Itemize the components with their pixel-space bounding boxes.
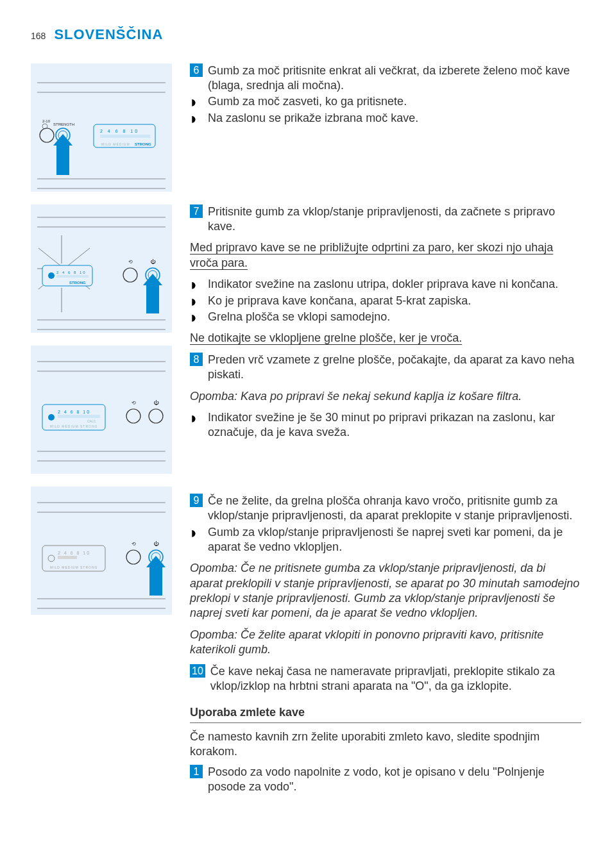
bullet-icon: ◗ [190,294,208,307]
bullet-item: ◗ Ko je priprava kave končana, aparat 5-… [190,294,581,308]
step-1-ground: 1 Posodo za vodo napolnite z vodo, kot j… [190,765,581,795]
svg-rect-44 [58,415,100,418]
bullet-item: ◗ Na zaslonu se prikaže izbrana moč kave… [190,111,581,126]
language-heading: SLOVENŠČINA [54,26,163,42]
illustration-step-6: 2-10 STRENGTH 2 4 6 8 10 MILD MEDIUM STR… [31,63,172,192]
illustration-step-8: 2 4 6 8 10 CALC MILD MEDIUM STRONG ⟲ ⏻ [31,346,172,474]
step-number: 10 [190,664,205,678]
svg-rect-9 [100,135,150,138]
svg-text:STRONG: STRONG [69,281,86,285]
svg-text:⏻: ⏻ [150,259,156,265]
note-text: Opomba: Če ne pritisnete gumba za vklop/… [190,561,581,621]
svg-text:STRONG: STRONG [135,142,151,146]
note-text: Opomba: Kava po pripravi še nekaj sekund… [190,389,581,404]
bullet-icon: ◗ [190,525,208,538]
step-number: 9 [190,494,203,507]
svg-text:MILD  MEDIUM: MILD MEDIUM [101,142,130,146]
svg-text:MILD MEDIUM STRONG: MILD MEDIUM STRONG [50,565,98,569]
page-header: 168 SLOVENŠČINA [31,26,581,44]
section-heading: Uporaba zmlete kave [190,705,581,722]
step-number: 6 [190,63,203,77]
warning-text: Ne dotikajte se vklopljene grelne plošče… [190,331,581,346]
svg-rect-26 [56,275,89,278]
main-content: 2-10 STRENGTH 2 4 6 8 10 MILD MEDIUM STR… [31,63,581,796]
cups-label: 2-10 [42,119,51,123]
step-number: 1 [190,765,203,778]
svg-text:2  4  6  8  10: 2 4 6 8 10 [58,410,90,414]
step-text: Če kave nekaj časa ne nameravate priprav… [210,664,581,694]
svg-rect-66 [149,566,162,596]
svg-text:⟲: ⟲ [128,259,133,265]
step-number: 7 [190,204,203,218]
bullet-icon: ◗ [190,111,208,124]
bullet-icon: ◗ [190,310,208,323]
svg-point-24 [48,272,55,279]
svg-text:⏻: ⏻ [153,541,159,547]
svg-text:CALC: CALC [87,419,96,423]
svg-rect-59 [58,556,77,559]
warning-text: Med pripravo kave se ne približujte odpr… [190,240,581,271]
step-9-section: 9 Če ne želite, da grelna plošča ohranja… [190,494,581,795]
bullet-item: ◗ Grelna plošča se vklopi samodejno. [190,310,581,324]
svg-text:⏻: ⏻ [153,400,159,406]
page-number: 168 [31,31,46,41]
step-number: 8 [190,353,203,366]
svg-text:⟲: ⟲ [132,400,136,406]
step-7-section: 7 Pritisnite gumb za vklop/stanje pripra… [190,204,581,346]
step-7: 7 Pritisnite gumb za vklop/stanje pripra… [190,204,581,235]
note-text: Opomba: Če želite aparat vklopiti in pon… [190,628,581,658]
svg-text:⟲: ⟲ [132,541,136,547]
illustration-column: 2-10 STRENGTH 2 4 6 8 10 MILD MEDIUM STR… [31,63,172,796]
step-text: Če ne želite, da grelna plošča ohranja k… [208,494,581,524]
text-column: 6 Gumb za moč pritisnite enkrat ali večk… [190,63,581,796]
svg-text:2 4 6 8 10: 2 4 6 8 10 [56,271,87,274]
bullet-icon: ◗ [190,94,208,108]
bullet-item: ◗ Gumb za vklop/stanje pripravljenosti š… [190,525,581,555]
step-9: 9 Če ne želite, da grelna plošča ohranja… [190,494,581,524]
svg-rect-12 [56,144,69,175]
svg-text:MILD MEDIUM STRONG: MILD MEDIUM STRONG [50,424,98,428]
illustration-step-9: 2 4 6 8 10 MILD MEDIUM STRONG ⟲ ⏻ [31,487,172,615]
svg-rect-34 [146,284,159,313]
bullet-icon: ◗ [190,277,208,290]
step-10: 10 Če kave nekaj časa ne nameravate prip… [190,664,581,694]
svg-text:2  4  6  8  10: 2 4 6 8 10 [58,551,90,555]
svg-point-42 [48,414,55,421]
strength-label: STRENGTH [53,122,74,126]
step-text: Gumb za moč pritisnite enkrat ali večkra… [208,63,581,94]
bullet-item: ◗ Gumb za moč zasveti, ko ga pritisnete. [190,94,581,109]
step-8-section: 8 Preden vrč vzamete z grelne plošče, po… [190,353,581,494]
bullet-item: ◗ Indikator svežine je še 30 minut po pr… [190,410,581,440]
step-6-section: 6 Gumb za moč pritisnite enkrat ali večk… [190,63,581,204]
bullet-icon: ◗ [190,410,208,424]
svg-text:2  4  6  8  10: 2 4 6 8 10 [100,129,139,133]
step-8: 8 Preden vrč vzamete z grelne plošče, po… [190,353,581,383]
step-text: Preden vrč vzamete z grelne plošče, poča… [208,353,581,383]
illustration-step-7: 2 4 6 8 10 STRONG ⟲ ⏻ [31,204,172,333]
step-text: Pritisnite gumb za vklop/stanje pripravl… [208,204,581,235]
bullet-item: ◗ Indikator svežine na zaslonu utripa, d… [190,277,581,292]
svg-rect-38 [31,346,172,474]
section-intro: Če namesto kavnih zrn želite uporabiti z… [190,730,581,760]
step-text: Posodo za vodo napolnite z vodo, kot je … [208,765,581,795]
step-6: 6 Gumb za moč pritisnite enkrat ali večk… [190,63,581,94]
